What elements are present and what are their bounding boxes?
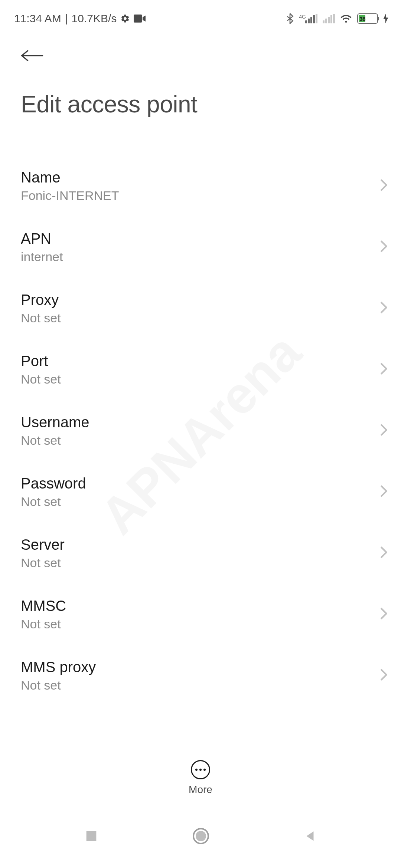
setting-value: Not set: [21, 433, 89, 448]
chevron-right-icon: [380, 362, 388, 377]
nav-recents-button[interactable]: [84, 829, 99, 845]
wifi-icon: [340, 14, 352, 23]
chevron-right-icon: [380, 423, 388, 438]
back-button[interactable]: [21, 48, 45, 65]
chevron-right-icon: [380, 607, 388, 622]
setting-label: MMS proxy: [21, 658, 96, 676]
setting-value: Not set: [21, 678, 96, 693]
chevron-right-icon: [380, 668, 388, 683]
signal-bars-sim1-icon: [305, 14, 317, 23]
setting-value: Not set: [21, 617, 66, 631]
page-title: Edit access point: [21, 91, 401, 118]
setting-label: Port: [21, 352, 61, 370]
more-label: More: [189, 784, 212, 796]
setting-item-mmsc[interactable]: MMSC Not set: [0, 583, 401, 645]
status-bar: 11:34 AM | 10.7KB/s 4G 38: [0, 0, 401, 33]
setting-item-username[interactable]: Username Not set: [0, 400, 401, 461]
nav-home-button[interactable]: [192, 827, 210, 846]
setting-value: Not set: [21, 494, 86, 509]
settings-list: Name Fonic-INTERNET APN internet Proxy N…: [0, 155, 401, 706]
setting-label: Password: [21, 474, 86, 492]
setting-value: internet: [21, 250, 63, 264]
signal-bars-sim2-icon: [323, 14, 335, 23]
battery-icon: 38: [357, 13, 378, 24]
setting-label: Username: [21, 413, 89, 431]
nav-back-button[interactable]: [303, 829, 317, 845]
status-divider: |: [65, 12, 68, 25]
setting-label: MMSC: [21, 597, 66, 615]
setting-value: Not set: [21, 556, 65, 570]
chevron-right-icon: [380, 178, 388, 193]
setting-item-server[interactable]: Server Not set: [0, 522, 401, 583]
bluetooth-icon: [286, 13, 294, 24]
setting-value: Not set: [21, 311, 61, 325]
chevron-right-icon: [380, 546, 388, 560]
battery-percentage: 38: [359, 16, 366, 22]
setting-label: Server: [21, 536, 65, 553]
status-speed: 10.7KB/s: [72, 12, 117, 25]
svg-rect-0: [134, 14, 142, 22]
gear-icon: [120, 14, 130, 23]
setting-label: APN: [21, 230, 63, 247]
charging-icon: [383, 14, 388, 23]
camera-icon: [134, 14, 146, 23]
status-time: 11:34 AM: [14, 12, 61, 25]
more-button[interactable]: More: [0, 756, 401, 796]
setting-item-password[interactable]: Password Not set: [0, 461, 401, 522]
setting-value: Not set: [21, 372, 61, 387]
setting-label: Name: [21, 168, 119, 186]
setting-item-apn[interactable]: APN internet: [0, 216, 401, 277]
setting-item-proxy[interactable]: Proxy Not set: [0, 277, 401, 339]
setting-item-mms-proxy[interactable]: MMS proxy Not set: [0, 645, 401, 706]
more-icon: [191, 760, 210, 779]
setting-label: Proxy: [21, 291, 61, 309]
setting-value: Fonic-INTERNET: [21, 188, 119, 203]
svg-rect-2: [86, 831, 96, 841]
svg-point-4: [196, 831, 206, 841]
navigation-bar: [0, 805, 401, 868]
setting-item-port[interactable]: Port Not set: [0, 339, 401, 400]
chevron-right-icon: [380, 484, 388, 499]
setting-item-name[interactable]: Name Fonic-INTERNET: [0, 155, 401, 216]
chevron-right-icon: [380, 240, 388, 254]
chevron-right-icon: [380, 301, 388, 316]
